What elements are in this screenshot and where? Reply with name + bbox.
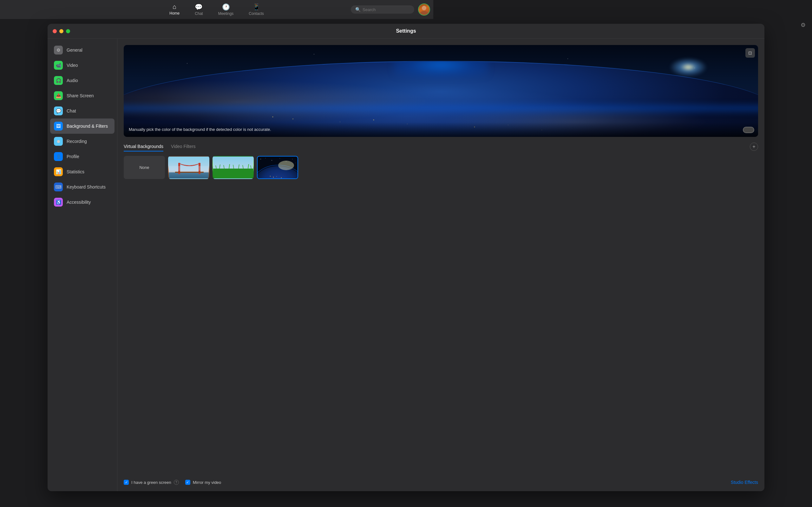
settings-sidebar: ⚙ General 📹 Video 🎧 Audio 📤 Share Screen… (48, 39, 117, 275)
maximize-button[interactable] (66, 29, 70, 33)
main-content: ⊡ Manually pick the color of the backgro… (117, 39, 433, 275)
settings-body: ⚙ General 📹 Video 🎧 Audio 📤 Share Screen… (48, 39, 433, 275)
background-tabs: Virtual Backgrounds Video Filters + (124, 142, 433, 152)
background-icon: 🖼 (54, 122, 63, 130)
svg-point-32 (273, 177, 274, 177)
profile-icon: 👤 (54, 152, 63, 161)
sidebar-label-general: General (67, 48, 83, 53)
svg-point-24 (280, 158, 280, 159)
settings-window: Settings ⚙ General 📹 Video 🎧 Audio 📤 Sha… (48, 24, 433, 275)
video-icon: 📹 (54, 61, 63, 70)
bg-thumb-earth[interactable] (257, 156, 298, 179)
sidebar-item-video[interactable]: 📹 Video (50, 58, 114, 73)
statistics-icon: 📊 (54, 167, 63, 176)
background-thumbnails: None (124, 156, 433, 179)
audio-icon: 🎧 (54, 76, 63, 85)
home-icon: ⌂ (172, 3, 176, 10)
svg-point-22 (265, 158, 265, 158)
svg-point-30 (278, 161, 294, 170)
avatar[interactable] (418, 3, 430, 15)
bg-thumb-none[interactable]: None (124, 156, 165, 179)
sidebar-label-share-screen: Share Screen (67, 93, 94, 98)
tab-home[interactable]: ⌂ Home (163, 1, 186, 18)
sidebar-label-recording: Recording (67, 139, 87, 144)
earth-glow (393, 61, 433, 77)
tab-video-filters[interactable]: Video Filters (171, 142, 196, 152)
general-icon: ⚙ (54, 46, 63, 55)
svg-point-2 (422, 6, 426, 10)
chat-icon: 💬 (195, 3, 203, 11)
tab-chat[interactable]: 💬 Chat (189, 1, 209, 18)
bg-thumb-grass[interactable] (212, 156, 254, 179)
sidebar-item-audio[interactable]: 🎧 Audio (50, 73, 114, 88)
sidebar-item-general[interactable]: ⚙ General (50, 43, 114, 58)
sidebar-label-accessibility: Accessibility (67, 200, 91, 205)
svg-point-21 (260, 159, 261, 159)
sidebar-label-background: Background & Filters (67, 124, 108, 129)
sidebar-label-statistics: Statistics (67, 169, 84, 174)
tab-contacts[interactable]: 📱 Contacts (242, 1, 270, 18)
tab-home-label: Home (169, 11, 180, 15)
svg-point-23 (271, 160, 272, 161)
recording-icon: ⏺ (54, 137, 63, 146)
settings-titlebar: Settings (48, 24, 433, 39)
svg-point-31 (270, 176, 270, 176)
sidebar-item-background[interactable]: 🖼 Background & Filters (50, 118, 114, 134)
bridge-image (169, 157, 209, 179)
nav-tabs: ⌂ Home 💬 Chat 🕐 Meetings 📱 Contacts (163, 1, 270, 18)
atmosphere-glow (124, 102, 433, 115)
svg-point-26 (292, 159, 293, 159)
chat-sidebar-icon: 💬 (54, 107, 63, 115)
bg-none-label: None (139, 165, 149, 170)
background-preview: ⊡ Manually pick the color of the backgro… (124, 45, 433, 137)
sidebar-label-audio: Audio (67, 78, 78, 83)
svg-rect-8 (169, 166, 209, 171)
preview-help-text: Manually pick the color of the backgroun… (129, 127, 271, 132)
grass-image (213, 157, 254, 179)
sidebar-item-profile[interactable]: 👤 Profile (50, 149, 114, 164)
sidebar-label-chat: Chat (67, 108, 76, 113)
share-screen-icon: 📤 (54, 91, 63, 100)
svg-rect-7 (175, 172, 204, 173)
search-icon: 🔍 (355, 7, 361, 12)
tab-contacts-label: Contacts (249, 11, 264, 16)
sidebar-item-chat[interactable]: 💬 Chat (50, 103, 114, 118)
settings-title: Settings (396, 28, 416, 34)
avatar-image (419, 4, 429, 15)
search-bar[interactable]: 🔍 (351, 5, 414, 14)
accessibility-icon: ♿ (54, 198, 63, 207)
earth-thumb-image (258, 157, 298, 179)
sidebar-label-keyboard: Keyboard Shortcuts (67, 184, 106, 189)
svg-rect-4 (169, 172, 209, 179)
sidebar-item-statistics[interactable]: 📊 Statistics (50, 164, 114, 179)
tab-chat-label: Chat (195, 11, 203, 16)
tab-virtual-backgrounds[interactable]: Virtual Backgrounds (124, 142, 163, 152)
svg-point-33 (276, 176, 277, 177)
sidebar-item-recording[interactable]: ⏺ Recording (50, 134, 114, 149)
top-navigation-bar: ⌂ Home 💬 Chat 🕐 Meetings 📱 Contacts 🔍 (0, 0, 433, 19)
close-button[interactable] (53, 29, 57, 33)
svg-point-34 (281, 177, 282, 178)
meetings-icon: 🕐 (222, 3, 230, 11)
keyboard-icon: ⌨ (54, 182, 63, 191)
bg-thumb-bridge[interactable] (168, 156, 209, 179)
sidebar-item-share-screen[interactable]: 📤 Share Screen (50, 88, 114, 103)
sidebar-item-keyboard[interactable]: ⌨ Keyboard Shortcuts (50, 179, 114, 194)
sidebar-item-accessibility[interactable]: ♿ Accessibility (50, 194, 114, 210)
svg-point-27 (296, 163, 296, 163)
preview-overlay-text: Manually pick the color of the backgroun… (124, 122, 433, 137)
sidebar-label-video: Video (67, 63, 78, 68)
tab-meetings-label: Meetings (218, 11, 234, 16)
minimize-button[interactable] (59, 29, 63, 33)
sidebar-label-profile: Profile (67, 154, 79, 159)
contacts-icon: 📱 (252, 3, 260, 11)
search-input[interactable] (362, 7, 407, 12)
svg-point-1 (420, 11, 428, 15)
tab-meetings[interactable]: 🕐 Meetings (212, 1, 240, 18)
svg-rect-10 (213, 169, 254, 179)
window-controls (53, 29, 70, 33)
